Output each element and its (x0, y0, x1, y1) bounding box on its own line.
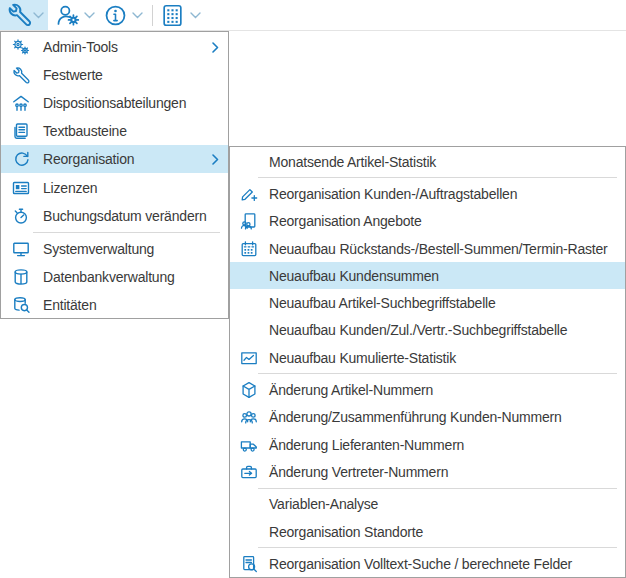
icon-spacer (239, 320, 259, 340)
submenu-item-reorganisation-kunden-auftragstabellen[interactable]: Reorganisation Kunden-/Auftragstabellen (230, 180, 625, 207)
calculator-icon (160, 3, 185, 28)
documents-icon (11, 121, 31, 141)
wrench-dropdown-chevron[interactable] (33, 12, 44, 19)
user-settings-dropdown-chevron[interactable] (84, 12, 95, 19)
truck-icon (239, 435, 259, 455)
line-chart-icon (239, 348, 259, 368)
toolbar (0, 0, 626, 31)
menu-item-dispositionsabteilungen[interactable]: Dispositionsabteilungen (1, 89, 228, 117)
menu-item-textbausteine[interactable]: Textbausteine (1, 117, 228, 145)
menu-item-label: Datenbankverwaltung (43, 269, 175, 285)
pencil-plus-icon (239, 184, 259, 204)
info-button[interactable] (103, 3, 128, 28)
menu-item-label: Systemverwaltung (43, 241, 154, 257)
submenu-item-aenderung-vertreter-nummern[interactable]: Änderung Vertreter-Nummern (230, 458, 625, 485)
calendar-icon (239, 239, 259, 259)
icon-spacer (239, 494, 259, 514)
menu-item-entitaeten[interactable]: Entitäten (1, 291, 228, 319)
briefcase-arrow-icon (239, 462, 259, 482)
user-gear-icon (55, 2, 81, 28)
menu-item-label: Neuaufbau Artikel-Suchbegriffstabelle (269, 295, 496, 311)
submenu-arrow-icon (212, 154, 219, 165)
menu-item-label: Reorganisation (43, 151, 134, 167)
submenu-item-neuaufbau-artikel-suchbegriffstabelle[interactable]: Neuaufbau Artikel-Suchbegriffstabelle (230, 289, 625, 316)
menu-item-label: Neuaufbau Kumulierte-Statistik (269, 350, 456, 366)
menu-item-reorganisation[interactable]: Reorganisation (1, 145, 228, 173)
department-building-icon (11, 93, 31, 113)
database-icon (11, 267, 31, 287)
admin-dropdown-menu: Admin-Tools Festwerte Dispositionsabteil… (0, 31, 229, 319)
menu-item-label: Neuaufbau Kundensummen (269, 268, 439, 284)
menu-item-label: Reorganisation Kunden-/Auftragstabellen (269, 186, 517, 202)
calculator-dropdown-chevron[interactable] (190, 12, 201, 19)
reorganisation-submenu: Monatsende Artikel-Statistik Reorganisat… (229, 146, 626, 578)
menu-item-datenbankverwaltung[interactable]: Datenbankverwaltung (1, 263, 228, 291)
menu-item-label: Änderung Vertreter-Nummern (269, 464, 448, 480)
icon-spacer (239, 522, 259, 542)
menu-item-label: Reorganisation Volltext-Suche / berechne… (269, 556, 572, 572)
document-search-icon (239, 554, 259, 574)
submenu-item-reorganisation-volltext-suche-berechnete-felder[interactable]: Reorganisation Volltext-Suche / berechne… (230, 550, 625, 577)
menu-item-label: Dispositionsabteilungen (43, 95, 186, 111)
wrench-icon (7, 2, 33, 28)
submenu-item-neuaufbau-kundensummen[interactable]: Neuaufbau Kundensummen (230, 262, 625, 289)
menu-item-label: Entitäten (43, 297, 96, 313)
monitor-icon (11, 239, 31, 259)
menu-item-label: Festwerte (43, 67, 103, 83)
submenu-item-reorganisation-standorte[interactable]: Reorganisation Standorte (230, 518, 625, 545)
chevron-down-icon (190, 12, 201, 19)
icon-spacer (239, 266, 259, 286)
menu-item-label: Änderung Artikel-Nummern (269, 382, 433, 398)
submenu-item-neuaufbau-kumulierte-statistik[interactable]: Neuaufbau Kumulierte-Statistik (230, 344, 625, 371)
submenu-item-aenderung-artikel-nummern[interactable]: Änderung Artikel-Nummern (230, 376, 625, 403)
menu-item-festwerte[interactable]: Festwerte (1, 61, 228, 89)
menu-item-lizenzen[interactable]: Lizenzen (1, 173, 228, 201)
chevron-down-icon (84, 12, 95, 19)
stopwatch-icon (11, 206, 31, 226)
toolbar-separator (152, 5, 153, 26)
wrench-icon (11, 65, 31, 85)
menu-item-buchungsdatum-veraendern[interactable]: Buchungsdatum verändern (1, 202, 228, 230)
chevron-down-icon (132, 12, 143, 19)
menu-item-label: Lizenzen (43, 180, 97, 196)
people-group-icon (239, 407, 259, 427)
menu-item-label: Reorganisation Standorte (269, 524, 423, 540)
submenu-item-aenderung-lieferanten-nummern[interactable]: Änderung Lieferanten-Nummern (230, 431, 625, 458)
user-settings-button[interactable] (55, 2, 81, 28)
submenu-item-neuaufbau-kunden-zul-vertr-suchbegriffstabelle[interactable]: Neuaufbau Kunden/Zul./Vertr.-Suchbegriff… (230, 317, 625, 344)
database-search-icon (11, 295, 31, 315)
submenu-item-variablen-analyse[interactable]: Variablen-Analyse (230, 491, 625, 518)
submenu-item-reorganisation-angebote[interactable]: Reorganisation Angebote (230, 208, 625, 235)
menu-item-label: Neuaufbau Rückstands-/Bestell-Summen/Ter… (269, 241, 608, 257)
menu-item-systemverwaltung[interactable]: Systemverwaltung (1, 235, 228, 263)
info-dropdown-chevron[interactable] (132, 12, 143, 19)
menu-item-label: Textbausteine (43, 123, 127, 139)
menu-item-label: Neuaufbau Kunden/Zul./Vertr.-Suchbegriff… (269, 322, 567, 338)
menu-item-label: Admin-Tools (43, 39, 118, 55)
menu-item-label: Monatsende Artikel-Statistik (269, 154, 436, 170)
menu-item-label: Änderung/Zusammenführung Kunden-Nummern (269, 409, 562, 425)
menu-item-label: Reorganisation Angebote (269, 213, 422, 229)
menu-item-label: Variablen-Analyse (269, 496, 378, 512)
menu-item-admin-tools[interactable]: Admin-Tools (1, 33, 228, 61)
wrench-button[interactable] (7, 2, 33, 28)
gears-icon (11, 37, 31, 57)
id-card-icon (11, 178, 31, 198)
submenu-item-monatsende-artikel-statistik[interactable]: Monatsende Artikel-Statistik (230, 148, 625, 175)
menu-item-label: Buchungsdatum verändern (43, 208, 207, 224)
chevron-down-icon (33, 12, 44, 19)
refresh-icon (11, 149, 31, 169)
info-icon (103, 3, 128, 28)
cube-icon (239, 380, 259, 400)
submenu-item-aenderung-zusammenfuehrung-kunden-nummern[interactable]: Änderung/Zusammenführung Kunden-Nummern (230, 404, 625, 431)
menu-item-label: Änderung Lieferanten-Nummern (269, 437, 464, 453)
icon-spacer (239, 293, 259, 313)
document-people-icon (239, 211, 259, 231)
submenu-item-neuaufbau-rueckstands-bestell-summen-termin-raster[interactable]: Neuaufbau Rückstands-/Bestell-Summen/Ter… (230, 235, 625, 262)
icon-spacer (239, 152, 259, 172)
submenu-arrow-icon (212, 42, 219, 53)
calculator-button[interactable] (160, 3, 185, 28)
